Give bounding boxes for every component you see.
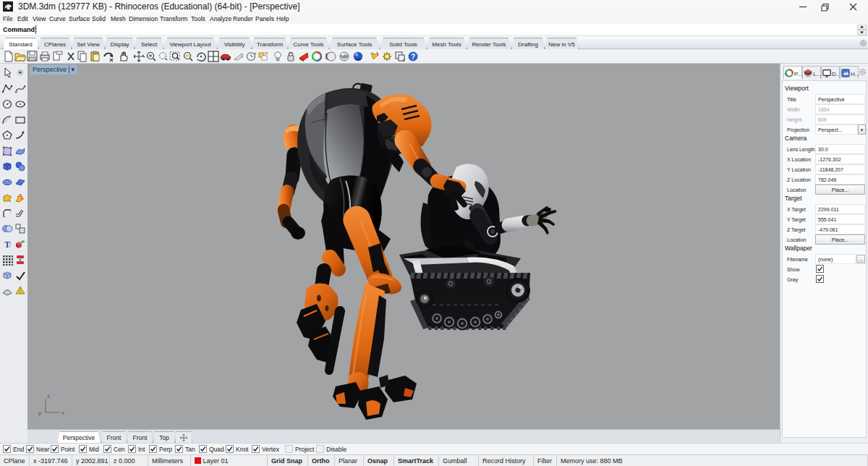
svg-text:T: T <box>4 240 10 250</box>
svg-text:z: z <box>47 393 50 399</box>
svg-text:x: x <box>61 410 64 416</box>
svg-text:?: ? <box>411 53 415 61</box>
svg-text:y: y <box>38 410 41 416</box>
